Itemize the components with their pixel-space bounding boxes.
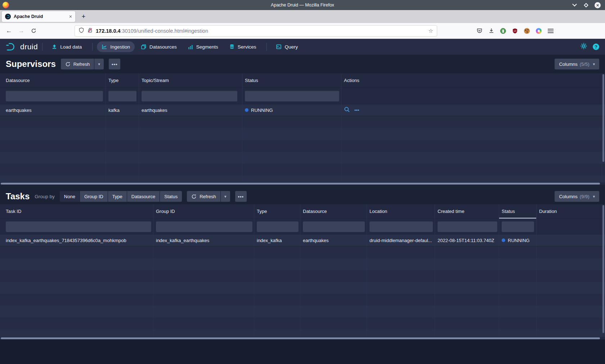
group-by-group-id-button[interactable]: Group ID xyxy=(80,191,108,202)
task-row[interactable]: index_kafka_earthquakes_7184357396d6c0a_… xyxy=(0,235,605,246)
nav-datasources[interactable]: Datasources xyxy=(136,41,182,52)
group-by-datasource-button[interactable]: Datasource xyxy=(127,191,160,202)
tasks-table: Task ID Group ID Type Datasource Locatio… xyxy=(0,204,605,340)
task-id: index_kafka_earthquakes_7184357396d6c0a_… xyxy=(0,238,153,243)
back-button[interactable]: ← xyxy=(3,26,15,36)
druid-nav: druid Load data Ingestion Datasou xyxy=(0,39,605,55)
column-header-group-id[interactable]: Group ID xyxy=(153,209,254,214)
filter-input-location[interactable] xyxy=(369,221,433,232)
filter-input-type[interactable] xyxy=(108,91,136,101)
supervisors-table-header: Datasource Type Topic/Stream Status Acti… xyxy=(0,73,605,88)
sort-indicator xyxy=(499,218,536,219)
task-status: RUNNING xyxy=(499,238,536,243)
filter-input-status[interactable] xyxy=(502,221,534,232)
vertical-scrollbar[interactable] xyxy=(602,205,604,333)
filter-input-status[interactable] xyxy=(245,91,339,101)
extension-green-icon[interactable] xyxy=(500,28,506,34)
new-tab-button[interactable]: + xyxy=(78,11,89,22)
column-header-status[interactable]: Status xyxy=(242,78,341,83)
filter-input-task-id[interactable] xyxy=(6,221,151,232)
tasks-refresh-button[interactable]: Refresh xyxy=(187,191,220,202)
tasks-refresh-caret-button[interactable]: ▾ xyxy=(221,191,230,202)
group-by-none-button[interactable]: None xyxy=(60,191,80,202)
empty-rows-area xyxy=(0,116,605,182)
status-text: RUNNING xyxy=(508,238,530,243)
column-header-type[interactable]: Type xyxy=(254,209,300,214)
tasks-columns-button[interactable]: Columns (9/9) ▾ xyxy=(555,191,599,202)
column-header-created-time[interactable]: Created time xyxy=(435,209,499,214)
url-text[interactable]: 172.18.0.4:30109/unified-console.html#in… xyxy=(96,28,426,34)
running-status-dot xyxy=(502,238,505,242)
horizontal-scrollbar[interactable] xyxy=(1,183,600,185)
menu-icon[interactable] xyxy=(547,28,554,34)
column-header-task-id[interactable]: Task ID xyxy=(0,209,153,214)
svg-text:uO: uO xyxy=(514,30,516,32)
task-created-time: 2022-08-15T14:11:03.740Z xyxy=(435,238,499,243)
chevron-down-icon: ▾ xyxy=(593,62,595,67)
columns-label: Columns xyxy=(559,194,577,199)
minimize-button[interactable] xyxy=(572,2,577,8)
column-header-type[interactable]: Type xyxy=(106,78,139,83)
url-bar[interactable]: 172.18.0.4:30109/unified-console.html#in… xyxy=(75,25,437,37)
nav-segments[interactable]: Segments xyxy=(183,41,223,52)
column-header-location[interactable]: Location xyxy=(367,209,435,214)
filter-input-datasource[interactable] xyxy=(6,91,103,101)
supervisor-row[interactable]: earthquakes kafka earthquakes RUNNING ••… xyxy=(0,104,605,116)
browser-toolbar: ← → 172.18.0.4:30109/unified-console.htm… xyxy=(0,23,605,39)
supervisors-columns-button[interactable]: Columns (5/5) ▾ xyxy=(555,59,599,69)
column-header-status-sorted[interactable]: Status xyxy=(499,209,536,214)
column-header-datasource[interactable]: Datasource xyxy=(300,209,367,214)
column-header-topic-stream[interactable]: Topic/Stream xyxy=(139,78,242,83)
maximize-button[interactable] xyxy=(583,2,589,8)
columns-count: (5/5) xyxy=(580,62,590,67)
pocket-icon[interactable] xyxy=(476,28,483,34)
nav-query[interactable]: Query xyxy=(271,41,302,52)
forward-button[interactable]: → xyxy=(15,26,27,36)
settings-gear-icon[interactable] xyxy=(581,43,587,51)
browser-tab[interactable]: Apache Druid × xyxy=(2,11,75,22)
filter-input-created-time[interactable] xyxy=(438,221,497,232)
column-header-actions[interactable]: Actions xyxy=(341,78,605,83)
supervisor-datasource: earthquakes xyxy=(0,108,106,113)
column-header-datasource[interactable]: Datasource xyxy=(0,78,106,83)
nav-ingestion[interactable]: Ingestion xyxy=(97,41,135,52)
group-by-status-button[interactable]: Status xyxy=(160,191,182,202)
cookie-extension-icon[interactable] xyxy=(524,28,530,34)
nav-services-label: Services xyxy=(238,44,256,50)
magnifier-icon[interactable] xyxy=(344,106,350,114)
chevron-down-icon xyxy=(572,2,577,6)
nav-load-data[interactable]: Load data xyxy=(47,41,86,52)
supervisors-refresh-button[interactable]: Refresh xyxy=(61,59,94,69)
druid-console: druid Load data Ingestion Datasou xyxy=(0,39,605,364)
tasks-title: Tasks xyxy=(6,191,30,201)
filter-input-group-id[interactable] xyxy=(156,221,252,232)
downloads-icon[interactable] xyxy=(488,28,494,34)
supervisors-more-button[interactable]: ••• xyxy=(109,59,120,69)
shield-icon[interactable] xyxy=(79,27,84,35)
reload-button[interactable] xyxy=(27,26,40,36)
tasks-more-button[interactable]: ••• xyxy=(235,191,247,202)
filter-input-topic-stream[interactable] xyxy=(142,91,237,101)
horizontal-scrollbar[interactable] xyxy=(1,337,600,339)
row-more-icon[interactable]: ••• xyxy=(354,108,359,113)
tab-close-icon[interactable]: × xyxy=(69,14,72,19)
group-by-type-button[interactable]: Type xyxy=(108,191,127,202)
druid-logo[interactable]: druid xyxy=(6,42,38,51)
filter-input-datasource[interactable] xyxy=(303,221,365,232)
ublock-origin-icon[interactable]: uO xyxy=(512,28,518,34)
supervisor-actions: ••• xyxy=(341,106,605,114)
filter-input-type[interactable] xyxy=(257,221,299,232)
group-by-label: Group by xyxy=(35,194,55,199)
datasources-icon xyxy=(141,44,147,50)
page-bottom-area xyxy=(0,340,605,364)
supervisors-refresh-caret-button[interactable]: ▾ xyxy=(94,59,104,69)
vertical-scrollbar[interactable] xyxy=(602,74,604,162)
close-button[interactable]: × xyxy=(595,2,601,8)
insecure-lock-icon[interactable] xyxy=(87,27,93,35)
colorful-extension-icon[interactable] xyxy=(535,28,542,34)
help-icon[interactable]: ? xyxy=(593,44,599,50)
nav-separator xyxy=(266,43,267,51)
bookmark-star-icon[interactable]: ☆ xyxy=(429,28,433,34)
nav-services[interactable]: Services xyxy=(224,41,261,52)
column-header-duration[interactable]: Duration xyxy=(536,209,605,214)
